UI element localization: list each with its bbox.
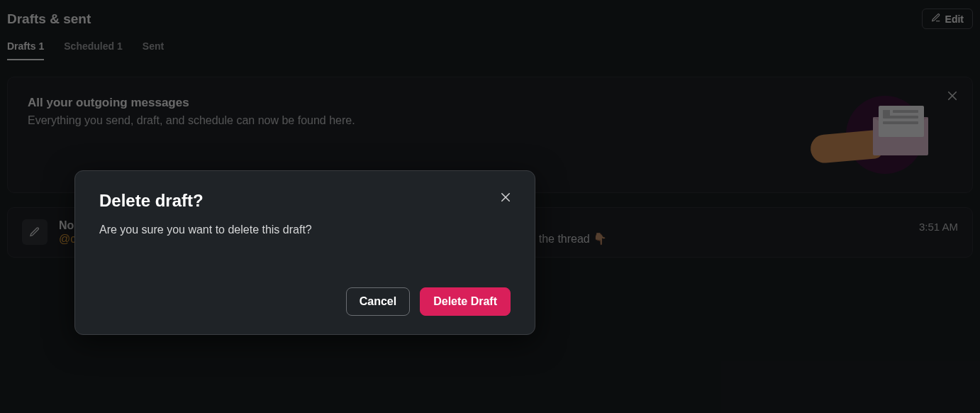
delete-draft-button[interactable]: Delete Draft	[420, 287, 511, 316]
modal-body: Are you sure you want to delete this dra…	[99, 224, 511, 236]
cancel-button[interactable]: Cancel	[346, 287, 410, 316]
modal-title: Delete draft?	[99, 191, 511, 211]
modal-close-button[interactable]	[495, 187, 516, 208]
delete-draft-modal: Delete draft? Are you sure you want to d…	[74, 170, 535, 335]
